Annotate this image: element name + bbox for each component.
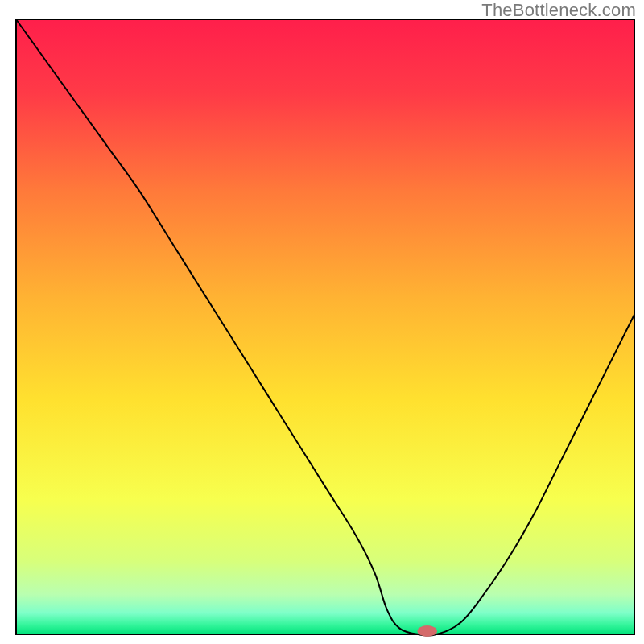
watermark-label: TheBottleneck.com bbox=[481, 0, 636, 21]
optimum-marker bbox=[417, 625, 437, 637]
plot-background bbox=[16, 19, 634, 634]
chart-container: TheBottleneck.com bbox=[0, 0, 644, 644]
bottleneck-chart bbox=[0, 0, 644, 644]
